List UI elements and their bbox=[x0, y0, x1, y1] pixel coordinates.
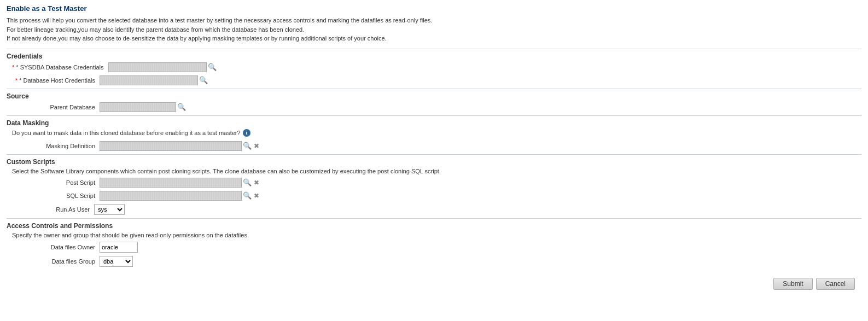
data-files-owner-row: Data files Owner bbox=[7, 242, 861, 253]
parent-db-row: Parent Database bbox=[7, 102, 861, 112]
custom-scripts-desc: Select the Software Library components w… bbox=[7, 168, 861, 174]
cancel-button[interactable]: Cancel bbox=[816, 278, 855, 290]
access-controls-section: Access Controls and Permissions Specify … bbox=[7, 218, 861, 267]
masking-def-row: Masking Definition bbox=[7, 141, 861, 151]
page-title: Enable as a Test Master bbox=[7, 4, 861, 13]
sql-script-label: SQL Script bbox=[12, 192, 100, 199]
post-script-search-button[interactable] bbox=[242, 178, 253, 187]
parent-db-input[interactable] bbox=[100, 102, 176, 112]
run-as-user-select[interactable]: sys oracle root bbox=[94, 204, 125, 215]
sysdba-row: * * SYSDBA Database Credentials bbox=[7, 62, 861, 72]
data-files-group-label: Data files Group bbox=[12, 258, 100, 265]
masking-def-search-button[interactable] bbox=[242, 141, 253, 150]
data-files-group-select[interactable]: dba oinstall oracle bbox=[100, 256, 133, 267]
parent-db-search-icon bbox=[177, 103, 186, 111]
host-label: * * Database Host Credentials bbox=[12, 77, 100, 84]
parent-db-search-button[interactable] bbox=[176, 102, 187, 112]
host-input[interactable] bbox=[100, 75, 198, 85]
run-as-user-label: Run As User bbox=[50, 206, 94, 213]
data-files-owner-input[interactable] bbox=[100, 242, 138, 253]
data-masking-question-row: Do you want to mask data in this cloned … bbox=[7, 129, 861, 137]
sql-script-clear-button[interactable] bbox=[253, 191, 260, 200]
post-script-row: Post Script bbox=[7, 178, 861, 188]
data-masking-section-title: Data Masking bbox=[7, 116, 861, 129]
sql-script-row: SQL Script bbox=[7, 191, 861, 201]
post-script-label: Post Script bbox=[12, 179, 100, 186]
data-files-group-row: Data files Group dba oinstall oracle bbox=[7, 256, 861, 267]
sql-script-search-button[interactable] bbox=[242, 191, 253, 200]
sql-script-search-icon bbox=[243, 191, 252, 200]
sysdba-input[interactable] bbox=[108, 62, 207, 72]
masking-def-label: Masking Definition bbox=[12, 143, 100, 149]
intro-line-1: This process will help you convert the s… bbox=[7, 17, 432, 24]
page-wrapper: Enable as a Test Master This process wil… bbox=[0, 0, 868, 299]
parent-db-label: Parent Database bbox=[12, 104, 100, 110]
masking-def-clear-button[interactable] bbox=[253, 141, 260, 150]
data-masking-section: Data Masking Do you want to mask data in… bbox=[7, 115, 861, 151]
masking-def-input[interactable] bbox=[100, 141, 242, 151]
source-section-title: Source bbox=[7, 89, 861, 102]
host-credentials-row: * * Database Host Credentials bbox=[7, 75, 861, 85]
data-masking-question: Do you want to mask data in this cloned … bbox=[12, 130, 241, 136]
custom-scripts-section-title: Custom Scripts bbox=[7, 155, 861, 168]
intro-line-2: For better lineage tracking,you may also… bbox=[7, 26, 304, 33]
source-section: Source Parent Database bbox=[7, 89, 861, 112]
sysdba-label: * * SYSDBA Database Credentials bbox=[12, 64, 108, 71]
data-files-owner-label: Data files Owner bbox=[12, 244, 100, 250]
access-controls-desc: Specify the owner and group that should … bbox=[7, 232, 861, 238]
data-masking-info-icon[interactable]: i bbox=[243, 129, 251, 137]
intro-line-3: If not already done,you may also choose … bbox=[7, 35, 387, 42]
credentials-section-title: Credentials bbox=[7, 49, 861, 62]
custom-scripts-section: Custom Scripts Select the Software Libra… bbox=[7, 154, 861, 215]
credentials-section: Credentials * * SYSDBA Database Credenti… bbox=[7, 49, 861, 85]
sql-script-clear-icon bbox=[254, 191, 259, 200]
access-controls-section-title: Access Controls and Permissions bbox=[7, 219, 861, 232]
submit-button[interactable]: Submit bbox=[773, 278, 812, 290]
masking-def-search-icon bbox=[243, 142, 252, 150]
sql-script-input[interactable] bbox=[100, 191, 242, 201]
masking-def-clear-icon bbox=[254, 142, 259, 150]
host-search-button[interactable] bbox=[198, 75, 209, 85]
post-script-input[interactable] bbox=[100, 178, 242, 188]
host-search-icon bbox=[199, 76, 208, 84]
sysdba-search-button[interactable] bbox=[207, 62, 218, 72]
footer-buttons: Submit Cancel bbox=[7, 272, 861, 292]
run-as-user-row: Run As User sys oracle root bbox=[7, 204, 861, 215]
post-script-clear-icon bbox=[254, 178, 259, 186]
sysdba-search-icon bbox=[208, 63, 217, 71]
post-script-clear-button[interactable] bbox=[253, 178, 260, 187]
intro-text: This process will help you convert the s… bbox=[7, 16, 861, 43]
post-script-search-icon bbox=[243, 178, 252, 186]
